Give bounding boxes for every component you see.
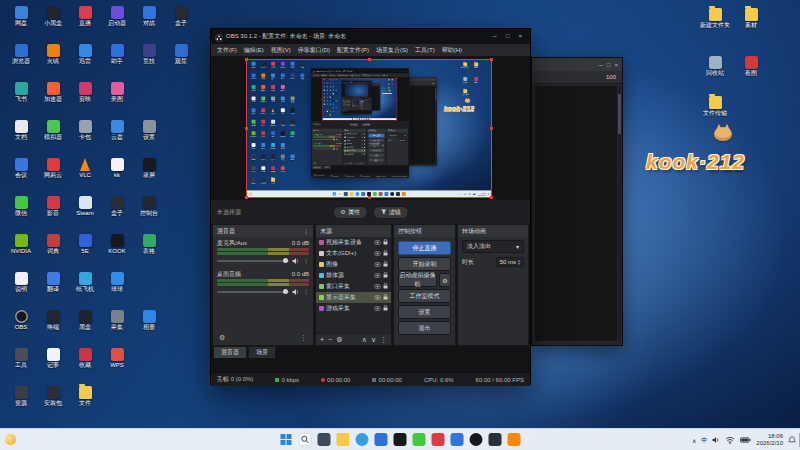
visibility-icon[interactable] (374, 284, 381, 290)
spinner-arrows-icon[interactable]: ▴▾ (518, 259, 520, 265)
menu-edit[interactable]: 编辑(E) (241, 45, 267, 56)
desktop-icon-4[interactable]: 会议 (6, 158, 36, 179)
visibility-icon[interactable] (374, 295, 381, 301)
desktop-icon-39[interactable]: KOOK (102, 234, 132, 255)
taskbar-icon-store[interactable] (375, 433, 388, 446)
menu-docks[interactable]: 停靠窗口(D) (295, 45, 333, 56)
desktop-icon-31[interactable]: 收藏 (70, 348, 100, 369)
background-window-scrollbar[interactable] (618, 86, 621, 341)
obs-minimize-button[interactable]: ─ (489, 30, 501, 43)
desktop-icon-16[interactable]: 影音 (38, 196, 68, 217)
obs-titlebar[interactable]: OBS 30.1.2 - 配置文件: 未命名 - 场景: 未命名 ─ □ × (211, 29, 530, 44)
source-row-5[interactable]: 显示器采集 (316, 292, 391, 303)
tray-overflow-chevron-icon[interactable]: ∧ (692, 437, 696, 444)
desktop-icon-13[interactable]: 加速器 (38, 82, 68, 103)
visibility-icon[interactable] (374, 306, 381, 312)
desktop-icon-34[interactable]: 助手 (102, 44, 132, 65)
taskbar-icon-music[interactable] (451, 433, 464, 446)
virtual-camera-config-icon[interactable]: ⚙ (439, 273, 451, 287)
desktop-icon-25[interactable]: 卡包 (70, 120, 100, 141)
desktop-icon-50[interactable]: 盒子 (166, 6, 196, 27)
desktop-icon-22[interactable]: 直播 (70, 6, 100, 27)
desktop-icon-19[interactable]: 终端 (38, 310, 68, 331)
ime-indicator[interactable]: 中 (701, 436, 707, 445)
lock-icon[interactable] (383, 261, 388, 268)
source-row-0[interactable]: 视频采集设备 (316, 237, 391, 248)
dock-tab-1[interactable]: 场景 (248, 346, 276, 358)
visibility-icon[interactable] (374, 251, 381, 257)
mixer-settings-icon[interactable]: ⚙ (219, 334, 225, 342)
desktop-icon-2[interactable]: 飞书 (6, 82, 36, 103)
lock-icon[interactable] (383, 283, 388, 290)
speaker-icon[interactable] (292, 288, 300, 297)
wifi-icon[interactable] (725, 436, 735, 445)
channel-menu-icon[interactable]: ⋮ (303, 289, 309, 295)
desktop-icon-40[interactable]: 球球 (102, 272, 132, 293)
desktop-icon-49[interactable]: 相册 (134, 310, 164, 331)
taskbar-icon-wechat[interactable] (413, 433, 426, 446)
taskbar-icon-kook[interactable] (394, 433, 407, 446)
desktop-icon-45[interactable]: 设置 (134, 120, 164, 141)
desktop-icon-1[interactable]: 浏览器 (6, 44, 36, 65)
lock-icon[interactable] (383, 305, 388, 312)
taskbar-icon-qq[interactable] (432, 433, 445, 446)
obs-close-button[interactable]: × (514, 30, 526, 43)
taskbar-icon-obs[interactable] (470, 433, 483, 446)
desktop-icon-3[interactable]: 文档 (6, 120, 36, 141)
desktop-icon-38[interactable]: 盒子 (102, 196, 132, 217)
taskbar-clock[interactable]: 18:06 2026/2/10 (756, 433, 783, 447)
slider-knob[interactable] (283, 258, 288, 263)
settings-button[interactable]: 设置 (398, 305, 451, 319)
desktop-icon-28[interactable]: 5E (70, 234, 100, 255)
taskbar-icon-edge[interactable] (356, 433, 369, 446)
desktop-icon-36[interactable]: 云盘 (102, 120, 132, 141)
move-source-down-button[interactable]: ∨ (371, 336, 376, 344)
menu-profile[interactable]: 配置文件(P) (334, 45, 372, 56)
taskbar-icon-task-view[interactable] (318, 433, 331, 446)
menu-view[interactable]: 视图(V) (268, 45, 294, 56)
desktop-icon-43[interactable]: 对战 (134, 6, 164, 27)
taskbar-icon-steam[interactable] (489, 433, 502, 446)
preview-canvas[interactable]: 网盘浏览器飞书文档会议微信NVIDIA说明OBS工具资源小黑盒火绒加速器模拟器网… (247, 60, 491, 197)
filters-button[interactable]: 滤镜 (373, 206, 409, 219)
duration-input[interactable]: 50 ms ▴▾ (496, 257, 524, 267)
desktop-icon-23[interactable]: 迅雷 (70, 44, 100, 65)
desktop-icon-46[interactable]: 录屏 (134, 158, 164, 179)
desktop-icon-6[interactable]: NVIDIA (6, 234, 36, 255)
source-row-6[interactable]: 游戏采集 (316, 303, 391, 314)
battery-icon[interactable] (740, 437, 751, 444)
volume-slider[interactable] (217, 260, 289, 262)
desktop-icon-48[interactable]: 表格 (134, 234, 164, 255)
desktop-right-icon-4[interactable]: 文件传输 (700, 96, 730, 117)
source-properties-icon[interactable]: ⚙ (336, 336, 342, 344)
source-row-2[interactable]: 图像 (316, 259, 391, 270)
desktop-icon-42[interactable]: WPS (102, 348, 132, 369)
remove-source-button[interactable]: − (328, 336, 332, 343)
bg-maximize-button[interactable]: □ (607, 62, 611, 68)
obs-maximize-button[interactable]: □ (502, 30, 514, 43)
desktop-icon-30[interactable]: 黑盒 (70, 310, 100, 331)
desktop-icon-15[interactable]: 网易云 (38, 158, 68, 179)
start-record-button[interactable]: 开始录制 (398, 257, 451, 271)
desktop-right-icon-0[interactable]: 新建文件夹 (700, 8, 730, 29)
desktop-icon-12[interactable]: 火绒 (38, 44, 68, 65)
desktop-icon-11[interactable]: 小黑盒 (38, 6, 68, 27)
visibility-icon[interactable] (374, 262, 381, 268)
lock-icon[interactable] (383, 250, 388, 257)
desktop-right-icon-3[interactable]: 看图 (736, 56, 766, 77)
lock-icon[interactable] (383, 272, 388, 279)
mixer-menu-icon[interactable]: ⋮ (303, 228, 309, 235)
mixer-more-icon[interactable]: ⋮ (300, 334, 307, 342)
desktop-icon-33[interactable]: 启动器 (102, 6, 132, 27)
source-row-4[interactable]: 窗口采集 (316, 281, 391, 292)
desktop-icon-24[interactable]: 剪映 (70, 82, 100, 103)
desktop-icon-37[interactable]: kk (102, 158, 132, 179)
bg-minimize-button[interactable]: ─ (599, 62, 603, 68)
visibility-icon[interactable] (374, 240, 381, 246)
add-source-button[interactable]: + (320, 336, 324, 343)
desktop-icon-8[interactable]: OBS (6, 310, 36, 331)
visibility-icon[interactable] (374, 273, 381, 279)
desktop-icon-32[interactable]: 文件 (70, 386, 100, 407)
sources-more-icon[interactable]: ⋮ (380, 336, 387, 344)
taskbar-icon-file-explorer[interactable] (337, 433, 350, 446)
